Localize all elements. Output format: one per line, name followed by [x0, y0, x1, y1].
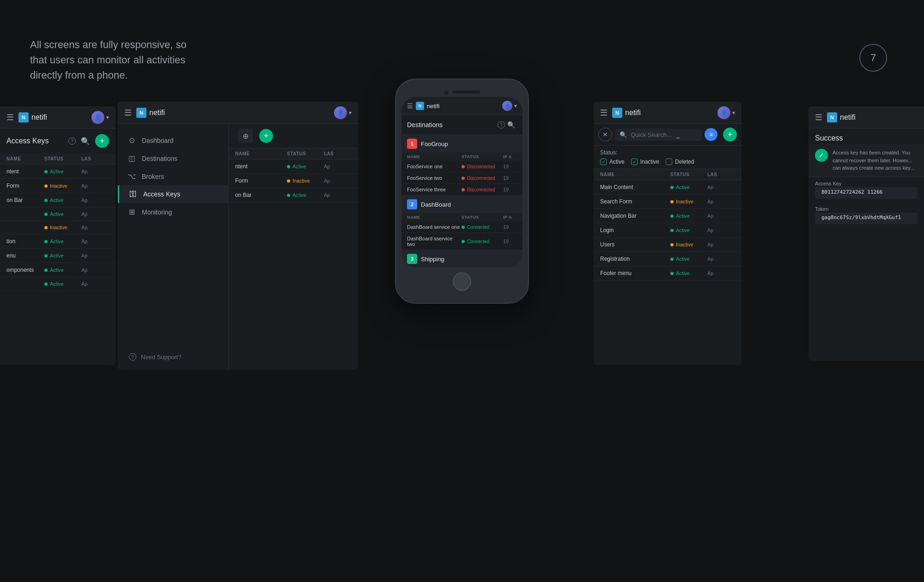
destinations-icon: ◫: [127, 154, 136, 163]
group-foogroup-header[interactable]: 1 FooGroup: [401, 135, 523, 153]
checkbox-active[interactable]: ✓: [600, 159, 607, 165]
group-shipping-name: Shipping: [421, 256, 444, 263]
table-row: on Bar Active Ap: [0, 193, 116, 208]
sidebar-item-monitoring[interactable]: ⊞ Monitoring: [118, 203, 228, 221]
access-keys-title: Access Keys: [6, 137, 67, 145]
sidebar-label-dashboard: Dashboard: [142, 137, 174, 144]
panel-sidebar: ☰ N netifi 👤 ▾ ⊙ Dashboard ◫ Destination…: [118, 102, 358, 370]
success-title: Success: [808, 129, 924, 144]
logo-text: netifi: [31, 113, 47, 122]
page-number-badge: 7: [859, 44, 887, 72]
logo-text-5: netifi: [840, 113, 856, 122]
close-button[interactable]: ✕: [598, 128, 612, 141]
phone-search-btn[interactable]: 🔍: [505, 119, 517, 131]
add-button[interactable]: +: [95, 134, 109, 148]
access-keys-title-row: Access Keys ? 🔍 +: [0, 129, 116, 153]
support-label: Need Support?: [141, 354, 181, 361]
need-support-link[interactable]: ? Need Support?: [127, 353, 219, 361]
chevron-down-icon-2: ▾: [349, 110, 352, 116]
table-header: NAME STATUS LAS: [0, 153, 116, 165]
panel4-table-body: Main Content Active Ap Search Form Inact…: [594, 180, 742, 281]
phone-table-row: DashBoard sservice two Connected 19: [401, 233, 523, 250]
filter-deleted-label: Deleted: [675, 159, 694, 165]
add-button-4[interactable]: +: [723, 128, 737, 141]
group-shipping-header[interactable]: 3 Shipping: [401, 250, 523, 268]
panel1-logo: N netifi: [18, 112, 47, 123]
menu-icon-2[interactable]: ☰: [124, 108, 132, 118]
col-name: NAME: [6, 156, 44, 161]
sidebar-item-access-keys[interactable]: ⚿ Access Keys: [118, 185, 228, 203]
phone-frame: ☰ N netifi 👤 ▾ Destinations ? 🔍 1: [395, 79, 529, 304]
phone-table-row: DashBoard service one Connected 19: [401, 221, 523, 233]
phone-logo-box: N: [416, 102, 424, 110]
table-row: tion Active Ap: [0, 234, 116, 249]
panel2-add-btn[interactable]: +: [259, 129, 273, 143]
phone-speaker: [452, 91, 480, 93]
phone-camera-icon: [444, 91, 449, 95]
col-last: LAS: [81, 156, 109, 161]
table-row: Login Active Ap: [594, 223, 742, 238]
group-dashboard-header[interactable]: 2 DashBoard: [401, 196, 523, 213]
screens-container: ☰ N netifi 👤 ▾ Access Keys ? 🔍 + NAME ST…: [0, 92, 924, 582]
chevron-down-icon: ▾: [106, 114, 109, 121]
sidebar-item-brokers[interactable]: ⌥ Brokers: [118, 167, 228, 185]
help-icon[interactable]: ?: [68, 137, 76, 145]
table-row: enu Active Ap: [0, 249, 116, 263]
checkbox-inactive[interactable]: ✓: [631, 159, 638, 165]
brokers-icon: ⌥: [127, 172, 136, 181]
panel5-logo: N netifi: [827, 112, 856, 123]
phone-home-button[interactable]: [453, 272, 471, 291]
phone-panel: ☰ N netifi 👤 ▾ Destinations ? 🔍 1: [395, 79, 529, 304]
checkbox-deleted[interactable]: [666, 159, 672, 165]
avatar[interactable]: 👤: [91, 111, 104, 124]
avatar-2[interactable]: 👤: [334, 106, 347, 119]
col-last-4: LAS: [707, 172, 735, 177]
filter-inactive-label: Inactive: [640, 159, 659, 165]
logo-box-4: N: [612, 108, 622, 118]
table-row: Active Ap: [0, 208, 116, 221]
col-status: STATUS: [44, 156, 81, 161]
phone-avatar[interactable]: 👤: [502, 101, 512, 111]
phone-chevron: ▾: [514, 103, 517, 109]
menu-icon-4[interactable]: ☰: [600, 108, 608, 118]
phone-table-row: FooService two Disconnected 19: [401, 172, 523, 184]
table-row: Footer menu Active Ap: [594, 266, 742, 281]
filter-button[interactable]: ≡: [705, 128, 717, 141]
avatar-4[interactable]: 👤: [717, 106, 730, 119]
foogroup-table-header: NAME STATUS IP A: [401, 153, 523, 161]
phone-destinations-row: Destinations ? 🔍: [401, 115, 523, 135]
logo-box: N: [18, 112, 29, 123]
search-bar: 🔍 Quick Search... _: [615, 129, 702, 141]
menu-icon-5[interactable]: ☰: [815, 112, 822, 123]
table-body: ntent Active Ap Form Inactive Ap on Bar …: [0, 165, 116, 291]
nav-items: ⊙ Dashboard ◫ Destinations ⌥ Brokers ⚿ A…: [118, 124, 228, 228]
phone-help-icon[interactable]: ?: [498, 121, 505, 129]
filter-inactive[interactable]: ✓ Inactive: [631, 159, 659, 165]
search-row: ✕ 🔍 Quick Search... _ ≡ +: [594, 124, 742, 146]
table-row: Form Inactive Ap: [229, 174, 358, 188]
search-input-label: Quick Search...: [631, 131, 672, 138]
phone-title: Destinations: [407, 121, 496, 129]
panel2-header: ☰ N netifi 👤 ▾: [118, 102, 358, 124]
sidebar-item-destinations[interactable]: ◫ Destinations: [118, 149, 228, 167]
panel-access-keys: ☰ N netifi 👤 ▾ Access Keys ? 🔍 + NAME ST…: [0, 106, 116, 365]
menu-icon[interactable]: ☰: [6, 112, 14, 123]
panel2-logo: N netifi: [136, 108, 165, 118]
panel2-action-btn[interactable]: ⊕: [238, 129, 253, 143]
filter-deleted[interactable]: Deleted: [666, 159, 694, 165]
phone-logo: N netifi: [416, 102, 439, 110]
sidebar-footer: ? Need Support?: [118, 353, 228, 361]
sidebar-nav: ⊙ Dashboard ◫ Destinations ⌥ Brokers ⚿ A…: [118, 124, 229, 370]
dashboard-table-header: NAME STATUS IP A: [401, 213, 523, 221]
phone-menu-icon[interactable]: ☰: [407, 102, 413, 110]
search-icon: 🔍: [620, 131, 627, 138]
filter-active[interactable]: ✓ Active: [600, 159, 625, 165]
panel4-table-header: NAME STATUS LAS: [594, 169, 742, 180]
sidebar-item-dashboard[interactable]: ⊙ Dashboard: [118, 131, 228, 149]
table-row: ntent Active Ap: [229, 159, 358, 174]
access-key-label: Access Key: [808, 177, 924, 187]
panel2-table-body: ntent Active Ap Form Inactive Ap on Bar …: [229, 159, 358, 202]
table-row: Active Ap: [0, 277, 116, 291]
table-row: Main Content Active Ap: [594, 180, 742, 195]
search-button[interactable]: 🔍: [79, 134, 92, 148]
